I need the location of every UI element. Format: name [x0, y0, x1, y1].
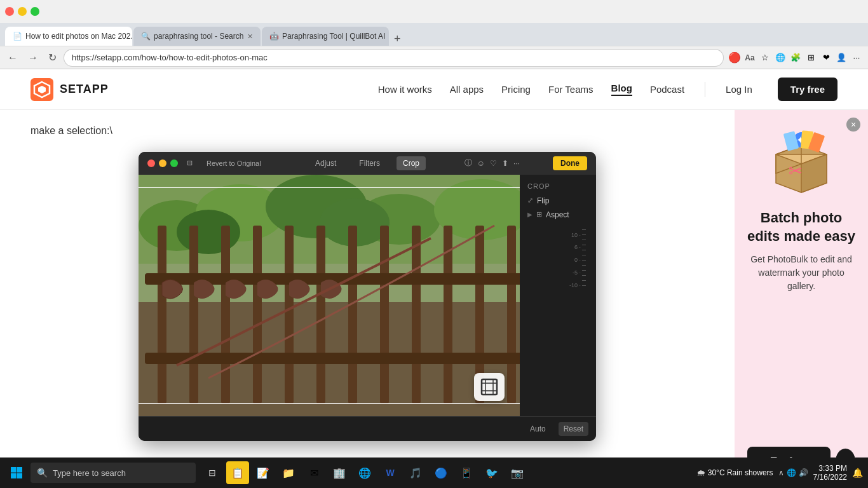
mac-aspect-item[interactable]: ▶ ⊞ Aspect	[527, 210, 588, 219]
taskbar-app-chrome[interactable]: 🔵	[430, 461, 452, 484]
mac-heart-icon[interactable]: ♡	[490, 159, 497, 168]
taskbar-app-sticky-notes[interactable]: 📋	[226, 461, 249, 484]
taskbar: 🔍 Type here to search ⊟ 📋 📝 📁 ✉ 🏢 🌐 W 🎵 …	[0, 458, 868, 488]
taskbar-app-word[interactable]: W	[379, 461, 402, 484]
mac-aspect-arrow: ▶	[527, 211, 532, 218]
svg-point-10	[177, 210, 240, 254]
taskbar-search[interactable]: 🔍 Type here to search	[31, 463, 196, 483]
tab-title-1: How to edit photos on Mac 202...	[25, 32, 132, 41]
browser-tab-1[interactable]: 📄 How to edit photos on Mac 202... ✕	[5, 27, 132, 46]
forward-button[interactable]: →	[25, 52, 41, 64]
mac-share-icon[interactable]: ⬆	[502, 159, 508, 168]
menu-icon[interactable]: ···	[850, 51, 863, 64]
globe-icon[interactable]: 🌐	[774, 51, 787, 64]
mac-titlebar: ⊟ Revert to Original Adjust Filters Crop…	[139, 152, 596, 175]
taskbar-notification-bell[interactable]: 🔔	[852, 468, 863, 478]
extension-icon[interactable]: 🧩	[789, 51, 802, 64]
mac-minimize-dot[interactable]	[159, 159, 166, 167]
ad-description: Get PhotoBulk to edit and watermark your…	[747, 253, 855, 431]
star-icon[interactable]: ☆	[759, 51, 771, 64]
svg-rect-21	[412, 226, 421, 403]
svg-rect-24	[507, 226, 516, 403]
mac-checkbox-icon[interactable]: ⊟	[187, 159, 193, 167]
ad-close-button[interactable]: ×	[846, 118, 860, 132]
address-input[interactable]	[64, 50, 723, 66]
nav-podcast[interactable]: Podcast	[650, 84, 684, 95]
svg-rect-46	[17, 473, 23, 479]
tab-title-2: paraphrasing tool - Search	[154, 32, 243, 41]
crop-tool-button[interactable]: Crop	[397, 156, 426, 170]
nav-blog[interactable]: Blog	[611, 83, 632, 96]
tabs-bar: 📄 How to edit photos on Mac 202... ✕ 🔍 p…	[0, 23, 868, 46]
taskbar-app-photos[interactable]: 📷	[506, 461, 529, 484]
tab-close-2[interactable]: ✕	[247, 32, 253, 41]
window-controls	[5, 7, 39, 16]
mac-maximize-dot[interactable]	[170, 159, 178, 167]
profile-icon[interactable]: 👤	[835, 51, 848, 64]
taskbar-app-mail[interactable]: ✉	[302, 461, 325, 484]
ad-sidebar: × ✂ ✦ Batch photo edits made eas	[735, 110, 868, 488]
mac-flip-icon: ⤢	[527, 196, 533, 205]
taskbar-app-spotify[interactable]: 🎵	[404, 461, 427, 484]
mac-close-dot[interactable]	[147, 159, 155, 167]
mac-flip-item[interactable]: ⤢ Flip	[527, 196, 588, 205]
minimize-window-button[interactable]	[18, 7, 27, 16]
article-area: make a selection:\ ⊟ Revert to Original …	[0, 110, 868, 488]
taskbar-app-task-view[interactable]: ⊟	[201, 461, 224, 484]
new-tab-button[interactable]: +	[390, 32, 405, 46]
svg-rect-20	[380, 226, 389, 403]
taskbar-app-whatsapp[interactable]: 📱	[455, 461, 478, 484]
filters-tool-button[interactable]: Filters	[353, 156, 386, 170]
svg-rect-14	[189, 226, 198, 403]
browser-tab-2[interactable]: 🔍 paraphrasing tool - Search ✕	[133, 27, 261, 46]
browser-chrome: 📄 How to edit photos on Mac 202... ✕ 🔍 p…	[0, 0, 868, 69]
nav-how-it-works[interactable]: How it works	[378, 84, 432, 95]
ad-icon-area: ✂ ✦	[763, 123, 839, 199]
adjust-tool-button[interactable]: Adjust	[309, 156, 342, 170]
taskbar-app-twitter[interactable]: 🐦	[480, 461, 503, 484]
revert-to-original-button[interactable]: Revert to Original	[201, 158, 266, 168]
taskbar-app-edge[interactable]: 🌐	[353, 461, 376, 484]
try-free-header-button[interactable]: Try free	[778, 78, 837, 101]
nav-divider	[705, 82, 705, 97]
mac-titlebar-tools: Adjust Filters Crop	[309, 156, 426, 170]
taskbar-up-arrow[interactable]: ∧	[778, 468, 784, 477]
edge-icon[interactable]: 🔴	[728, 51, 741, 64]
taskbar-app-notepad[interactable]: 📝	[252, 461, 275, 484]
logo-area[interactable]: SETAPP	[31, 78, 109, 101]
taskbar-app-file-explorer[interactable]: 📁	[277, 461, 300, 484]
browser-tab-3[interactable]: 🤖 Paraphrasing Tool | QuillBot AI ✕	[262, 27, 389, 46]
collections-icon[interactable]: ⊞	[804, 51, 817, 64]
taskbar-app-office[interactable]: 🏢	[328, 461, 351, 484]
article-intro-text: make a selection:\	[31, 123, 704, 139]
crop-size-indicator	[474, 373, 505, 401]
login-button[interactable]: Log In	[726, 84, 752, 95]
address-bar: ← → ↻ 🔴 Aa ☆ 🌐 🧩 ⊞ ❤ 👤 ···	[0, 46, 868, 69]
mac-crop-title: CROP	[527, 182, 588, 190]
mac-more-icon[interactable]: ···	[513, 159, 520, 168]
reset-button[interactable]: Reset	[559, 422, 588, 436]
taskbar-date-display: 7/16/2022	[813, 473, 847, 482]
heart-icon[interactable]: ❤	[820, 51, 832, 64]
nav-for-teams[interactable]: For Teams	[548, 84, 593, 95]
back-button[interactable]: ←	[5, 52, 20, 64]
mac-image-area	[139, 175, 520, 416]
taskbar-network-icon: 🌐	[787, 468, 796, 477]
start-button[interactable]	[5, 461, 28, 484]
mac-done-button[interactable]: Done	[553, 156, 587, 170]
mac-aspect-icon: ⊞	[536, 210, 542, 219]
taskbar-apps: ⊟ 📋 📝 📁 ✉ 🏢 🌐 W 🎵 🔵 📱 🐦 📷	[201, 461, 529, 484]
mac-smiley-icon[interactable]: ☺	[477, 159, 485, 168]
aa-icon[interactable]: Aa	[743, 51, 756, 64]
nav-all-apps[interactable]: All apps	[450, 84, 484, 95]
reload-button[interactable]: ↻	[46, 51, 59, 64]
auto-button[interactable]: Auto	[525, 422, 551, 436]
nav-pricing[interactable]: Pricing	[501, 84, 531, 95]
maximize-window-button[interactable]	[31, 7, 39, 16]
close-window-button[interactable]	[5, 7, 14, 16]
main-nav: How it works All apps Pricing For Teams …	[378, 78, 837, 101]
svg-rect-28	[482, 379, 497, 395]
mac-flip-label: Flip	[537, 196, 549, 205]
svg-rect-15	[221, 226, 230, 403]
mac-info-icon[interactable]: ⓘ	[465, 158, 472, 168]
